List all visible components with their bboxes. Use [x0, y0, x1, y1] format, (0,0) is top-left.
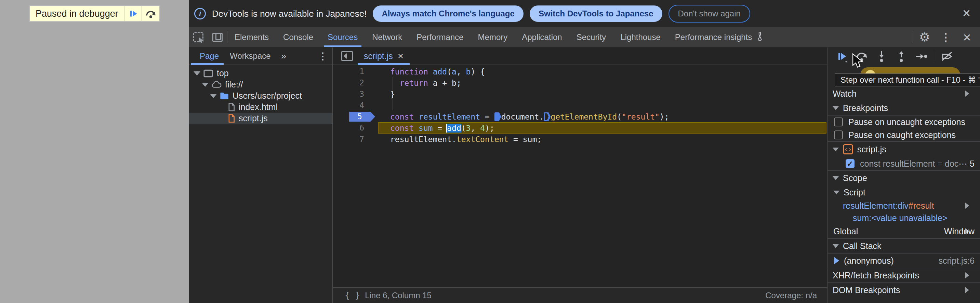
- notification-close-icon[interactable]: ×: [963, 6, 970, 20]
- navigator-menu-icon[interactable]: ⋮: [318, 51, 328, 62]
- step-over-icon[interactable]: [853, 49, 871, 64]
- tree-item-file-[interactable]: file://: [189, 79, 332, 90]
- row-resultelement[interactable]: resultElement: div#result: [828, 200, 980, 212]
- row-sum[interactable]: sum: <value unavailable>: [828, 212, 980, 224]
- line-number[interactable]: 7: [333, 133, 378, 145]
- inspect-icon[interactable]: [189, 27, 208, 47]
- line-number[interactable]: 3: [333, 89, 378, 100]
- disclosure-triangle-icon[interactable]: [194, 71, 200, 76]
- hide-navigator-icon[interactable]: [341, 51, 353, 61]
- devtools-close-icon[interactable]: ×: [958, 27, 977, 47]
- disclosure-triangle-icon[interactable]: [210, 94, 217, 98]
- tab-network[interactable]: Network: [365, 27, 409, 47]
- more-tabs-icon[interactable]: »: [276, 51, 291, 62]
- deactivate-breakpoints-icon[interactable]: [938, 49, 956, 64]
- section-dom-breakpoints[interactable]: DOM Breakpoints: [828, 283, 980, 297]
- section-xhr-fetch-breakpoints[interactable]: XHR/fetch Breakpoints: [828, 268, 980, 282]
- tree-item-users-user-project[interactable]: Users/user/project: [189, 90, 332, 102]
- row-const-resultelement-doc-[interactable]: ✓const resultElement = doc⋯5: [828, 157, 980, 170]
- tree-item-index-html[interactable]: index.html: [189, 102, 332, 113]
- scope-property-value: div: [897, 201, 908, 211]
- disclosure-triangle-icon[interactable]: [833, 244, 839, 248]
- scope-property-value: <value unavailable>: [871, 213, 947, 223]
- format-icon[interactable]: { }: [345, 290, 360, 300]
- section-breakpoints[interactable]: Breakpoints: [828, 101, 980, 115]
- inline-breakpoint-marker[interactable]: [495, 113, 501, 121]
- line-number[interactable]: 4: [333, 100, 378, 111]
- breakpoint-checkbox[interactable]: ✓: [846, 159, 854, 168]
- row-pause-on-uncaught-exceptions[interactable]: Pause on uncaught exceptions: [828, 116, 980, 128]
- code-token: .: [539, 113, 544, 121]
- disclosure-triangle-icon[interactable]: [965, 287, 969, 293]
- code-line-6[interactable]: 6const sum = add(3, 4);: [333, 122, 827, 133]
- code-token: sum: [418, 124, 433, 133]
- tab-application[interactable]: Application: [515, 27, 569, 47]
- settings-gear-icon[interactable]: ⚙: [915, 27, 934, 47]
- line-number[interactable]: 2: [333, 77, 378, 89]
- row-script-js[interactable]: ‹›script.js: [828, 142, 980, 157]
- inline-breakpoint-marker[interactable]: [544, 113, 550, 121]
- tree-item-label: file://: [225, 79, 243, 89]
- tab-elements[interactable]: Elements: [228, 27, 276, 47]
- section-label: Breakpoints: [843, 103, 888, 113]
- step-icon[interactable]: [912, 49, 931, 64]
- always-match-language-button[interactable]: Always match Chrome's language: [373, 5, 523, 22]
- checkbox[interactable]: [834, 130, 843, 140]
- dont-show-again-button[interactable]: Don't show again: [668, 5, 750, 22]
- editor-tab-scriptjs[interactable]: script.js ×: [358, 48, 410, 65]
- section-scope[interactable]: Scope: [828, 171, 980, 185]
- disclosure-triangle-icon[interactable]: [833, 148, 839, 151]
- tab-security[interactable]: Security: [570, 27, 613, 47]
- code-line-4[interactable]: 4: [333, 100, 827, 111]
- disclosure-triangle-icon[interactable]: [833, 190, 840, 194]
- disclosure-triangle-icon[interactable]: [833, 106, 839, 110]
- section-global[interactable]: GlobalWindow: [828, 224, 980, 238]
- tab-close-icon[interactable]: ×: [398, 50, 404, 62]
- checkbox[interactable]: [834, 117, 843, 126]
- section-call-stack[interactable]: Call Stack: [828, 239, 980, 253]
- tab-console[interactable]: Console: [276, 27, 320, 47]
- switch-devtools-japanese-button[interactable]: Switch DevTools to Japanese: [530, 5, 662, 22]
- tree-item-script-js[interactable]: script.js: [189, 113, 332, 124]
- code-line-3[interactable]: 3}: [333, 89, 827, 100]
- line-number[interactable]: 6: [333, 122, 378, 133]
- code-token: a: [452, 67, 457, 76]
- code-line-7[interactable]: 7resultElement.textContent = sum;: [333, 133, 827, 145]
- tab-workspace[interactable]: Workspace: [224, 48, 276, 65]
- code-token: .: [452, 135, 457, 144]
- row--anonymous-[interactable]: (anonymous)script.js:6: [828, 254, 980, 268]
- disclosure-triangle-icon[interactable]: [965, 272, 969, 278]
- code-line-5[interactable]: 5const resultElement = document.getEleme…: [333, 111, 827, 122]
- section-watch[interactable]: Watch: [828, 86, 980, 101]
- tab-sources[interactable]: Sources: [320, 27, 365, 47]
- disclosure-triangle-icon[interactable]: [202, 82, 208, 87]
- step-over-icon[interactable]: [142, 6, 159, 21]
- overflow-menu-icon[interactable]: ⋮: [936, 27, 955, 47]
- section-label: Global: [833, 227, 858, 236]
- code-line-1[interactable]: 1function add(a, b) {: [333, 66, 827, 77]
- step-into-icon[interactable]: [872, 49, 891, 64]
- disclosure-triangle-icon[interactable]: [833, 176, 839, 180]
- tab-performance[interactable]: Performance: [409, 27, 471, 47]
- line-number[interactable]: 1: [333, 66, 378, 77]
- tab-memory[interactable]: Memory: [471, 27, 515, 47]
- disclosure-triangle-icon[interactable]: [965, 90, 969, 97]
- step-out-icon[interactable]: [892, 49, 911, 64]
- tab-page[interactable]: Page: [194, 48, 224, 65]
- code-token: [414, 124, 418, 133]
- code-line-2[interactable]: 2 return a + b;: [333, 77, 827, 89]
- device-toolbar-icon[interactable]: [208, 27, 227, 47]
- breakpoint-file-label: script.js: [857, 144, 886, 154]
- resume-icon[interactable]: [124, 6, 142, 21]
- section-script[interactable]: Script: [828, 185, 980, 200]
- breakpoint-marker[interactable]: 5: [349, 112, 375, 122]
- resume-icon[interactable]: [833, 49, 851, 64]
- code-area[interactable]: 1function add(a, b) {2 return a + b;3}45…: [333, 65, 827, 145]
- row-right-text: Window: [944, 227, 975, 236]
- tree-item-top[interactable]: top: [189, 68, 332, 79]
- line-number[interactable]: 5: [333, 111, 378, 122]
- tab-performance-insights[interactable]: Performance insights: [668, 27, 772, 47]
- row-pause-on-caught-exceptions[interactable]: Pause on caught exceptions: [828, 128, 980, 141]
- tab-lighthouse[interactable]: Lighthouse: [613, 27, 667, 47]
- disclosure-triangle-icon[interactable]: [965, 203, 969, 209]
